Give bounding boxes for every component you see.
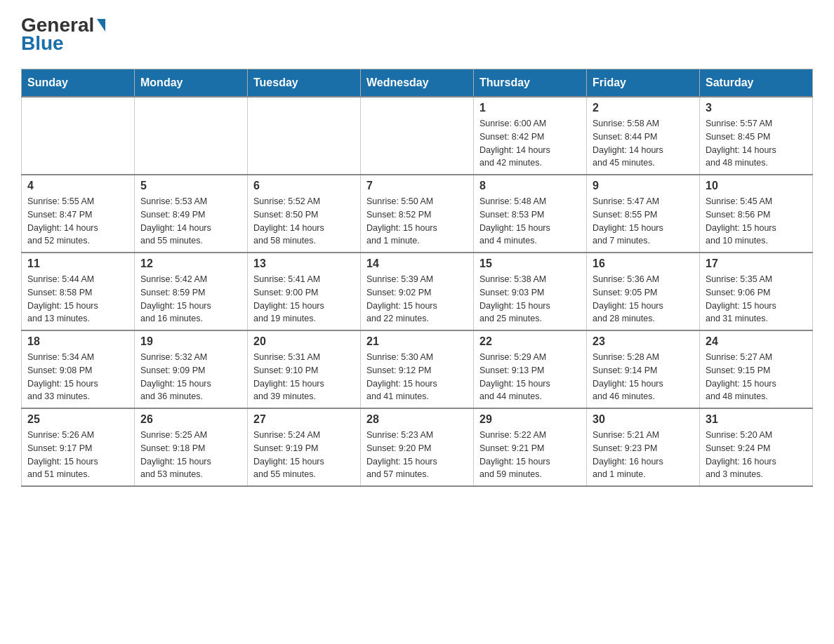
day-number: 8 xyxy=(479,180,581,192)
weekday-header-wednesday: Wednesday xyxy=(361,69,474,98)
day-number: 2 xyxy=(593,102,694,114)
logo-blue-text: Blue xyxy=(21,32,64,55)
calendar-cell: 19Sunrise: 5:32 AM Sunset: 9:09 PM Dayli… xyxy=(135,330,248,408)
day-number: 9 xyxy=(593,180,694,192)
calendar-cell: 21Sunrise: 5:30 AM Sunset: 9:12 PM Dayli… xyxy=(361,330,474,408)
day-info: Sunrise: 5:34 AM Sunset: 9:08 PM Dayligh… xyxy=(27,351,128,403)
calendar-cell: 16Sunrise: 5:36 AM Sunset: 9:05 PM Dayli… xyxy=(587,253,700,330)
calendar-cell: 31Sunrise: 5:20 AM Sunset: 9:24 PM Dayli… xyxy=(700,408,813,486)
calendar-cell: 11Sunrise: 5:44 AM Sunset: 8:58 PM Dayli… xyxy=(22,253,135,330)
weekday-header-friday: Friday xyxy=(587,69,700,98)
day-info: Sunrise: 5:25 AM Sunset: 9:18 PM Dayligh… xyxy=(140,429,241,481)
day-info: Sunrise: 5:20 AM Sunset: 9:24 PM Dayligh… xyxy=(706,429,807,481)
calendar-cell: 17Sunrise: 5:35 AM Sunset: 9:06 PM Dayli… xyxy=(700,253,813,330)
calendar-cell xyxy=(361,97,474,175)
calendar-week-3: 11Sunrise: 5:44 AM Sunset: 8:58 PM Dayli… xyxy=(22,253,813,330)
day-number: 24 xyxy=(706,335,807,348)
calendar-table: SundayMondayTuesdayWednesdayThursdayFrid… xyxy=(21,69,813,487)
calendar-week-5: 25Sunrise: 5:26 AM Sunset: 9:17 PM Dayli… xyxy=(22,408,813,486)
day-info: Sunrise: 5:47 AM Sunset: 8:55 PM Dayligh… xyxy=(593,195,694,248)
day-number: 22 xyxy=(479,335,581,348)
calendar-cell: 4Sunrise: 5:55 AM Sunset: 8:47 PM Daylig… xyxy=(22,175,135,253)
day-number: 7 xyxy=(366,180,468,192)
day-info: Sunrise: 5:35 AM Sunset: 9:06 PM Dayligh… xyxy=(706,273,807,326)
day-info: Sunrise: 5:26 AM Sunset: 9:17 PM Dayligh… xyxy=(27,429,128,481)
calendar-cell: 3Sunrise: 5:57 AM Sunset: 8:45 PM Daylig… xyxy=(700,97,813,175)
calendar-cell xyxy=(248,97,361,175)
day-info: Sunrise: 5:55 AM Sunset: 8:47 PM Dayligh… xyxy=(27,195,128,248)
page-header: General Blue xyxy=(21,14,813,55)
calendar-cell: 30Sunrise: 5:21 AM Sunset: 9:23 PM Dayli… xyxy=(587,408,700,486)
day-info: Sunrise: 5:42 AM Sunset: 8:59 PM Dayligh… xyxy=(140,273,241,326)
calendar-week-4: 18Sunrise: 5:34 AM Sunset: 9:08 PM Dayli… xyxy=(22,330,813,408)
day-number: 1 xyxy=(479,102,581,114)
day-info: Sunrise: 5:22 AM Sunset: 9:21 PM Dayligh… xyxy=(479,429,581,481)
day-info: Sunrise: 5:41 AM Sunset: 9:00 PM Dayligh… xyxy=(253,273,355,326)
day-number: 3 xyxy=(706,102,807,114)
calendar-cell: 8Sunrise: 5:48 AM Sunset: 8:53 PM Daylig… xyxy=(474,175,587,253)
day-number: 12 xyxy=(140,257,241,270)
day-number: 17 xyxy=(706,257,807,270)
logo: General Blue xyxy=(21,14,105,55)
day-number: 5 xyxy=(140,180,241,192)
day-info: Sunrise: 5:30 AM Sunset: 9:12 PM Dayligh… xyxy=(366,351,468,403)
calendar-cell: 15Sunrise: 5:38 AM Sunset: 9:03 PM Dayli… xyxy=(474,253,587,330)
day-info: Sunrise: 5:50 AM Sunset: 8:52 PM Dayligh… xyxy=(366,195,468,248)
day-number: 31 xyxy=(706,413,807,426)
calendar-cell: 20Sunrise: 5:31 AM Sunset: 9:10 PM Dayli… xyxy=(248,330,361,408)
day-number: 10 xyxy=(706,180,807,192)
day-number: 21 xyxy=(366,335,468,348)
day-info: Sunrise: 5:57 AM Sunset: 8:45 PM Dayligh… xyxy=(706,117,807,170)
calendar-cell: 12Sunrise: 5:42 AM Sunset: 8:59 PM Dayli… xyxy=(135,253,248,330)
day-number: 28 xyxy=(366,413,468,426)
calendar-cell: 6Sunrise: 5:52 AM Sunset: 8:50 PM Daylig… xyxy=(248,175,361,253)
day-info: Sunrise: 5:38 AM Sunset: 9:03 PM Dayligh… xyxy=(479,273,581,326)
day-info: Sunrise: 5:21 AM Sunset: 9:23 PM Dayligh… xyxy=(593,429,694,481)
weekday-header-thursday: Thursday xyxy=(474,69,587,98)
day-number: 16 xyxy=(593,257,694,270)
day-number: 23 xyxy=(593,335,694,348)
calendar-cell: 7Sunrise: 5:50 AM Sunset: 8:52 PM Daylig… xyxy=(361,175,474,253)
calendar-cell: 5Sunrise: 5:53 AM Sunset: 8:49 PM Daylig… xyxy=(135,175,248,253)
day-number: 15 xyxy=(479,257,581,270)
day-number: 18 xyxy=(27,335,128,348)
day-info: Sunrise: 5:32 AM Sunset: 9:09 PM Dayligh… xyxy=(140,351,241,403)
calendar-cell: 10Sunrise: 5:45 AM Sunset: 8:56 PM Dayli… xyxy=(700,175,813,253)
calendar-week-2: 4Sunrise: 5:55 AM Sunset: 8:47 PM Daylig… xyxy=(22,175,813,253)
calendar-cell xyxy=(135,97,248,175)
day-number: 26 xyxy=(140,413,241,426)
calendar-cell: 24Sunrise: 5:27 AM Sunset: 9:15 PM Dayli… xyxy=(700,330,813,408)
calendar-cell: 28Sunrise: 5:23 AM Sunset: 9:20 PM Dayli… xyxy=(361,408,474,486)
day-info: Sunrise: 5:44 AM Sunset: 8:58 PM Dayligh… xyxy=(27,273,128,326)
calendar-cell: 18Sunrise: 5:34 AM Sunset: 9:08 PM Dayli… xyxy=(22,330,135,408)
day-info: Sunrise: 5:58 AM Sunset: 8:44 PM Dayligh… xyxy=(593,117,694,170)
day-info: Sunrise: 5:28 AM Sunset: 9:14 PM Dayligh… xyxy=(593,351,694,403)
day-info: Sunrise: 5:48 AM Sunset: 8:53 PM Dayligh… xyxy=(479,195,581,248)
calendar-cell: 22Sunrise: 5:29 AM Sunset: 9:13 PM Dayli… xyxy=(474,330,587,408)
weekday-header-tuesday: Tuesday xyxy=(248,69,361,98)
logo-arrow-icon xyxy=(97,19,105,32)
calendar-cell xyxy=(22,97,135,175)
day-number: 14 xyxy=(366,257,468,270)
calendar-cell: 29Sunrise: 5:22 AM Sunset: 9:21 PM Dayli… xyxy=(474,408,587,486)
day-info: Sunrise: 5:53 AM Sunset: 8:49 PM Dayligh… xyxy=(140,195,241,248)
calendar-cell: 23Sunrise: 5:28 AM Sunset: 9:14 PM Dayli… xyxy=(587,330,700,408)
day-info: Sunrise: 5:39 AM Sunset: 9:02 PM Dayligh… xyxy=(366,273,468,326)
day-number: 29 xyxy=(479,413,581,426)
calendar-cell: 26Sunrise: 5:25 AM Sunset: 9:18 PM Dayli… xyxy=(135,408,248,486)
calendar-cell: 27Sunrise: 5:24 AM Sunset: 9:19 PM Dayli… xyxy=(248,408,361,486)
day-number: 4 xyxy=(27,180,128,192)
calendar-cell: 14Sunrise: 5:39 AM Sunset: 9:02 PM Dayli… xyxy=(361,253,474,330)
day-info: Sunrise: 5:23 AM Sunset: 9:20 PM Dayligh… xyxy=(366,429,468,481)
day-number: 13 xyxy=(253,257,355,270)
day-info: Sunrise: 5:24 AM Sunset: 9:19 PM Dayligh… xyxy=(253,429,355,481)
day-number: 19 xyxy=(140,335,241,348)
calendar-header-row: SundayMondayTuesdayWednesdayThursdayFrid… xyxy=(22,69,813,98)
weekday-header-sunday: Sunday xyxy=(22,69,135,98)
calendar-cell: 1Sunrise: 6:00 AM Sunset: 8:42 PM Daylig… xyxy=(474,97,587,175)
day-info: Sunrise: 5:31 AM Sunset: 9:10 PM Dayligh… xyxy=(253,351,355,403)
day-info: Sunrise: 5:36 AM Sunset: 9:05 PM Dayligh… xyxy=(593,273,694,326)
day-number: 27 xyxy=(253,413,355,426)
day-info: Sunrise: 5:29 AM Sunset: 9:13 PM Dayligh… xyxy=(479,351,581,403)
calendar-cell: 2Sunrise: 5:58 AM Sunset: 8:44 PM Daylig… xyxy=(587,97,700,175)
